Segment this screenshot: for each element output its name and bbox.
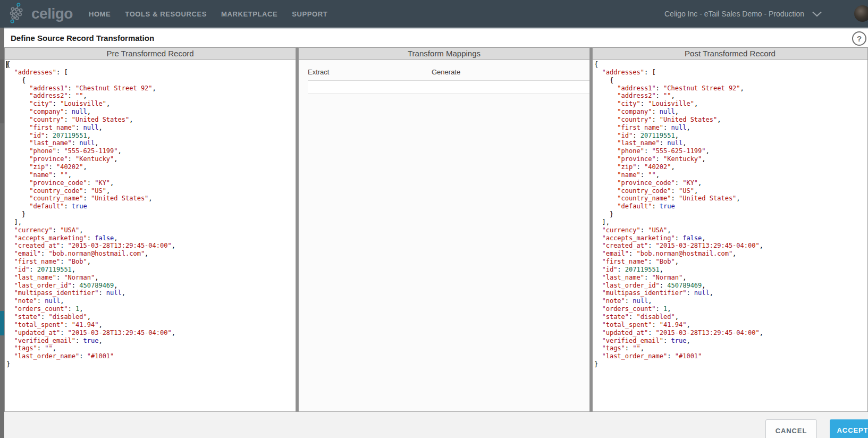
code-line: "last_order_id": 450789469, bbox=[594, 282, 867, 290]
panel-header-mappings: Transform Mappings bbox=[299, 48, 589, 60]
code-line: "address1": "Chestnut Street 92", bbox=[6, 85, 296, 92]
code-line: ], bbox=[594, 218, 867, 226]
background-page-edge bbox=[0, 28, 4, 438]
code-line: "accepts_marketing": false, bbox=[594, 234, 867, 242]
code-line: "multipass_identifier": null, bbox=[594, 289, 867, 297]
code-line: "tags": "", bbox=[594, 344, 867, 352]
code-line: "id": 207119551, bbox=[594, 132, 867, 140]
account-selector[interactable]: Celigo Inc - eTail Sales Demo - Producti… bbox=[664, 0, 822, 28]
celigo-logo[interactable]: celigo bbox=[7, 2, 73, 26]
code-line: { bbox=[6, 61, 296, 69]
code-line: "addresses": [ bbox=[594, 69, 867, 77]
code-line: "first_name": "Bob", bbox=[594, 258, 867, 266]
generate-column-label: Generate bbox=[432, 68, 460, 76]
nav-item-home[interactable]: HOME bbox=[89, 10, 111, 18]
code-line: "city": "Louisville", bbox=[6, 100, 296, 108]
code-line: "province_code": "KY", bbox=[594, 179, 867, 187]
cancel-button[interactable]: CANCEL bbox=[765, 419, 817, 438]
code-line: "phone": "555-625-1199", bbox=[6, 147, 296, 155]
code-line: "currency": "USA", bbox=[594, 226, 867, 234]
code-line: "country_name": "United States", bbox=[6, 195, 296, 203]
code-line: "updated_at": "2015-03-28T13:29:45-04:00… bbox=[594, 329, 867, 337]
code-line: "accepts_marketing": false, bbox=[6, 234, 296, 242]
code-line: "address2": "", bbox=[594, 92, 867, 100]
background-page-block bbox=[0, 60, 4, 123]
code-line: "note": null, bbox=[594, 297, 867, 305]
code-line: "multipass_identifier": null, bbox=[6, 289, 296, 297]
code-line: "province": "Kentucky", bbox=[6, 155, 296, 163]
code-line: "name": "", bbox=[594, 171, 867, 179]
account-name-label: Celigo Inc - eTail Sales Demo - Producti… bbox=[664, 10, 804, 18]
code-line: "country_code": "US", bbox=[6, 187, 296, 195]
code-line: "id": 207119551, bbox=[6, 132, 296, 140]
text-cursor bbox=[6, 61, 7, 68]
code-line: } bbox=[6, 360, 296, 368]
mapping-column-labels: Extract Generate bbox=[299, 68, 589, 80]
background-teal-highlight bbox=[0, 311, 4, 335]
dialog-title: Define Source Record Transformation bbox=[11, 33, 154, 43]
code-line: "address2": "", bbox=[6, 92, 296, 100]
code-line: "state": "disabled", bbox=[594, 313, 867, 321]
pre-record-json-editor[interactable]: { "addresses": [ { "address1": "Chestnut… bbox=[5, 60, 296, 368]
code-line: "last_name": "Norman", bbox=[594, 274, 867, 282]
question-mark-icon: ? bbox=[857, 34, 862, 43]
code-line: "default": true bbox=[6, 203, 296, 210]
code-line: "last_order_name": "#1001" bbox=[6, 352, 296, 360]
code-line: "first_name": null, bbox=[6, 124, 296, 132]
code-line: { bbox=[594, 77, 867, 85]
code-line: ], bbox=[6, 218, 296, 226]
panel-body-pre: { "addresses": [ { "address1": "Chestnut… bbox=[5, 60, 296, 411]
code-line: "first_name": "Bob", bbox=[6, 258, 296, 266]
code-line: "last_name": null, bbox=[6, 139, 296, 147]
extract-column-label: Extract bbox=[308, 68, 329, 76]
code-line: "phone": "555-625-1199", bbox=[594, 147, 867, 155]
transformation-dialog: Define Source Record Transformation ? Pr… bbox=[4, 28, 868, 438]
code-line: "last_name": null, bbox=[594, 139, 867, 147]
code-line: "currency": "USA", bbox=[6, 226, 296, 234]
code-line: "company": null, bbox=[6, 108, 296, 116]
post-record-json-viewer[interactable]: { "addresses": [ { "address1": "Chestnut… bbox=[593, 60, 867, 368]
code-line: "country_code": "US", bbox=[594, 187, 867, 195]
code-line: "name": "", bbox=[6, 171, 296, 179]
code-line: "country": "United States", bbox=[594, 116, 867, 124]
celigo-molecule-icon bbox=[7, 2, 28, 26]
nav-item-marketplace[interactable]: MARKETPLACE bbox=[221, 10, 277, 18]
code-line: "created_at": "2015-03-28T13:29:45-04:00… bbox=[6, 242, 296, 250]
user-avatar[interactable] bbox=[854, 5, 868, 22]
code-line: "state": "disabled", bbox=[6, 313, 296, 321]
code-line: "addresses": [ bbox=[6, 69, 296, 77]
nav-item-support[interactable]: SUPPORT bbox=[292, 10, 327, 18]
code-line: "default": true bbox=[594, 203, 867, 210]
code-line: "last_order_name": "#1001" bbox=[594, 352, 867, 360]
panel-pre-transformed: Pre Transformed Record { "addresses": [ … bbox=[4, 47, 296, 411]
code-line: "address1": "Chestnut Street 92", bbox=[594, 85, 867, 92]
panel-header-pre: Pre Transformed Record bbox=[5, 48, 296, 60]
panels-container: Pre Transformed Record { "addresses": [ … bbox=[4, 47, 868, 411]
chevron-down-icon bbox=[812, 11, 822, 17]
code-line: "verified_email": true, bbox=[6, 337, 296, 345]
code-line: "zip": "40202", bbox=[594, 163, 867, 171]
code-line: "province": "Kentucky", bbox=[594, 155, 867, 163]
mapping-row-empty[interactable] bbox=[308, 80, 589, 94]
screen: celigo HOME TOOLS & RESOURCES MARKETPLAC… bbox=[0, 0, 868, 438]
main-menu: HOME TOOLS & RESOURCES MARKETPLACE SUPPO… bbox=[89, 10, 327, 18]
help-button[interactable]: ? bbox=[852, 31, 866, 46]
code-line: { bbox=[594, 61, 867, 69]
panel-title-mappings: Transform Mappings bbox=[408, 49, 481, 58]
nav-item-tools-resources[interactable]: TOOLS & RESOURCES bbox=[125, 10, 207, 18]
panel-title-pre: Pre Transformed Record bbox=[106, 49, 193, 58]
code-line: "id": 207119551, bbox=[6, 266, 296, 274]
dialog-title-bar: Define Source Record Transformation ? bbox=[4, 29, 868, 47]
code-line: "total_spent": "41.94", bbox=[6, 321, 296, 329]
celigo-wordmark: celigo bbox=[31, 6, 73, 21]
code-line: } bbox=[594, 360, 867, 368]
code-line: "province_code": "KY", bbox=[6, 179, 296, 187]
code-line: "last_name": "Norman", bbox=[6, 274, 296, 282]
code-line: "updated_at": "2015-03-28T13:29:45-04:00… bbox=[6, 329, 296, 337]
code-line: "country": "United States", bbox=[6, 116, 296, 124]
code-line: "email": "bob.norman@hostmail.com", bbox=[594, 250, 867, 258]
panel-post-transformed: Post Transformed Record { "addresses": [… bbox=[592, 47, 868, 411]
accept-button[interactable]: ACCEPT bbox=[830, 419, 868, 438]
code-line: } bbox=[6, 210, 296, 218]
code-line: "country_name": "United States", bbox=[594, 195, 867, 203]
